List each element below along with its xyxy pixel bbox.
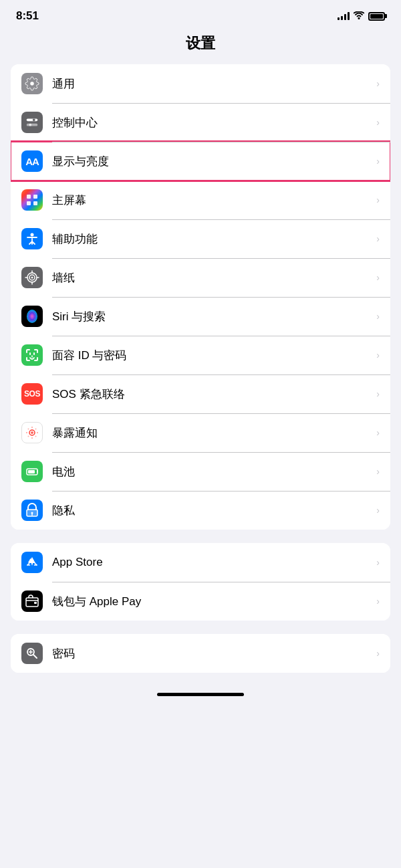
settings-item-faceid[interactable]: 面容 ID 与密码 ›: [11, 336, 390, 374]
battery-item-icon: [21, 461, 43, 482]
svg-rect-6: [33, 195, 37, 199]
settings-item-yinsi[interactable]: 隐私 ›: [11, 491, 390, 530]
baolu-label: 暴露通知: [52, 425, 376, 441]
chevron-icon: ›: [376, 117, 380, 128]
faceid-icon: [21, 344, 43, 366]
status-bar: 8:51: [0, 0, 401, 28]
wallpaper-icon: [21, 267, 43, 288]
settings-item-kongzhizhongxin[interactable]: 控制中心 ›: [11, 103, 390, 142]
siri-label: Siri 与搜索: [52, 309, 376, 324]
svg-point-28: [28, 429, 29, 430]
toggle-icon: [21, 112, 43, 133]
svg-rect-33: [28, 470, 35, 473]
settings-item-sos[interactable]: SOS SOS 紧急联络 ›: [11, 374, 390, 413]
accessibility-icon: [21, 228, 43, 249]
chevron-icon: ›: [376, 195, 380, 205]
dianchi-label: 电池: [52, 464, 376, 479]
chevron-icon: ›: [376, 272, 380, 283]
svg-point-9: [31, 233, 34, 237]
appstore-label: App Store: [52, 556, 376, 569]
fuzhu-label: 辅助功能: [52, 231, 376, 247]
svg-point-25: [37, 432, 38, 433]
svg-point-4: [29, 124, 31, 126]
wallet-icon: [21, 590, 43, 612]
chevron-icon: ›: [376, 389, 380, 399]
settings-item-baolu[interactable]: 暴露通知 ›: [11, 413, 390, 452]
svg-rect-7: [27, 201, 31, 205]
svg-point-30: [28, 436, 29, 437]
chevron-icon: ›: [376, 427, 380, 438]
zhupingmu-label: 主屏幕: [52, 193, 376, 208]
chevron-icon: ›: [376, 350, 380, 360]
chevron-icon: ›: [376, 557, 380, 568]
settings-item-zhupingmu[interactable]: 主屏幕 ›: [11, 181, 390, 219]
password-icon: [21, 643, 43, 664]
svg-point-12: [31, 277, 33, 279]
aa-icon: AA: [21, 150, 43, 172]
exposure-icon: [21, 422, 43, 443]
svg-rect-5: [27, 195, 31, 199]
yinsi-label: 隐私: [52, 503, 376, 518]
settings-item-password[interactable]: 密码 ›: [11, 634, 390, 673]
settings-item-qiangzhi[interactable]: 墙纸 ›: [11, 258, 390, 297]
settings-item-dianchi[interactable]: 电池 ›: [11, 452, 390, 491]
settings-item-xianshi[interactable]: AA 显示与亮度 ›: [11, 142, 390, 181]
siri-icon: [21, 306, 43, 327]
chevron-icon: ›: [376, 156, 380, 167]
chevron-icon: ›: [376, 596, 380, 607]
settings-item-tongyong[interactable]: 通用 ›: [11, 64, 390, 103]
chevron-icon: ›: [376, 311, 380, 322]
svg-rect-38: [34, 602, 37, 604]
svg-point-24: [26, 432, 27, 433]
settings-list-2: App Store › 钱包与 Apple Pay ›: [11, 543, 390, 621]
faceid-label: 面容 ID 与密码: [52, 348, 376, 363]
status-icons: [338, 11, 385, 21]
battery-icon: [368, 12, 385, 21]
svg-point-31: [35, 436, 37, 437]
signal-icon: [338, 12, 350, 20]
svg-point-3: [33, 119, 35, 122]
svg-rect-1: [27, 119, 38, 122]
svg-point-0: [358, 17, 360, 19]
svg-point-27: [31, 437, 33, 439]
chevron-icon: ›: [376, 233, 380, 244]
appstore-icon: [21, 552, 43, 573]
settings-group-2: App Store › 钱包与 Apple Pay ›: [0, 543, 401, 621]
wallet-label: 钱包与 Apple Pay: [52, 594, 376, 609]
chevron-icon: ›: [376, 466, 380, 477]
sos-icon: SOS: [21, 383, 43, 405]
grid-icon: [21, 189, 43, 211]
status-time: 8:51: [16, 9, 39, 23]
kongzhizhongxin-label: 控制中心: [52, 115, 376, 130]
tongyong-label: 通用: [52, 76, 376, 92]
svg-point-29: [35, 429, 37, 430]
settings-group-3: 密码 ›: [0, 634, 401, 673]
page-title: 设置: [0, 28, 401, 64]
sos-label: SOS 紧急联络: [52, 387, 376, 402]
chevron-icon: ›: [376, 78, 380, 89]
qiangzhi-label: 墙纸: [52, 270, 376, 286]
settings-list-1: 通用 › 控制中心 › AA 显示与亮度 ›: [11, 64, 390, 530]
xianshi-label: 显示与亮度: [52, 154, 376, 169]
settings-item-fuzhu[interactable]: 辅助功能 ›: [11, 219, 390, 258]
svg-rect-2: [27, 124, 38, 126]
settings-list-3: 密码 ›: [11, 634, 390, 673]
chevron-icon: ›: [376, 648, 380, 659]
svg-rect-8: [33, 201, 37, 205]
chevron-icon: ›: [376, 505, 380, 516]
svg-point-26: [31, 427, 33, 428]
home-indicator: [0, 686, 401, 701]
password-label: 密码: [52, 646, 376, 661]
privacy-icon: [21, 500, 43, 521]
settings-item-wallet[interactable]: 钱包与 Apple Pay ›: [11, 582, 390, 621]
wifi-icon: [354, 11, 364, 21]
home-bar: [157, 693, 244, 696]
settings-item-siri[interactable]: Siri 与搜索 ›: [11, 297, 390, 336]
settings-item-appstore[interactable]: App Store ›: [11, 543, 390, 582]
gear-icon: [21, 73, 43, 94]
svg-point-23: [31, 432, 33, 433]
settings-group-1: 通用 › 控制中心 › AA 显示与亮度 ›: [0, 64, 401, 530]
